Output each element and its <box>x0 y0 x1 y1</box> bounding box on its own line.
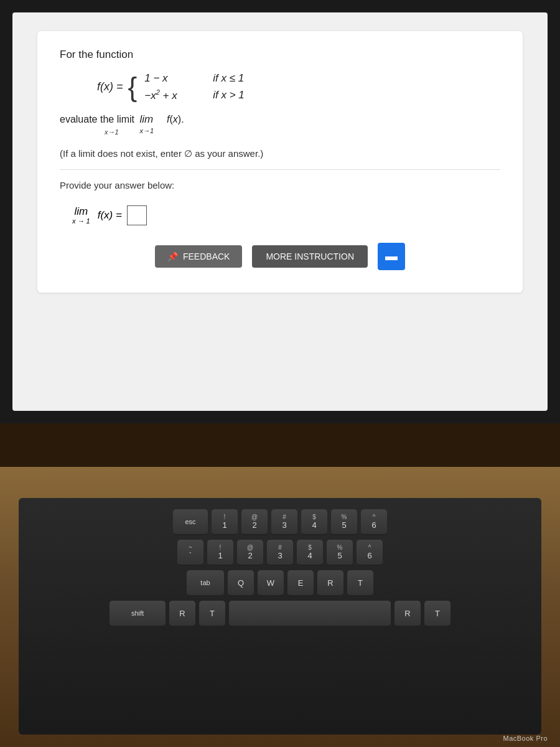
answer-f-x: f(x) = <box>98 209 122 222</box>
piece1-cond: if x ≤ 1 <box>213 72 244 85</box>
key-at[interactable]: @2 <box>237 540 263 566</box>
key-caret-bottom: 6 <box>367 552 371 560</box>
key-exclaim[interactable]: !1 <box>207 540 233 566</box>
problem-area: For the function f(x) = { 1 − x if x ≤ 1… <box>37 31 523 293</box>
key-esc[interactable]: esc <box>173 509 208 535</box>
notepad-glyph: ▬ <box>385 249 398 263</box>
key-tilde-bottom: ` <box>189 552 192 560</box>
key-r3[interactable]: R <box>394 601 421 627</box>
tab-label: tab <box>200 579 210 586</box>
key-4-bottom: 4 <box>312 521 316 529</box>
key-dollar-dual: $4 <box>307 545 312 560</box>
feedback-icon: 📌 <box>167 251 178 261</box>
key-row-bottom: shift R T R T <box>31 601 529 627</box>
laptop-screen: For the function f(x) = { 1 − x if x ≤ 1… <box>0 0 560 423</box>
provide-answer-text: Provide your answer below: <box>60 180 500 190</box>
key-percent[interactable]: %5 <box>327 540 353 566</box>
key-caret-dual: ^6 <box>367 545 371 560</box>
feedback-button[interactable]: 📌 FEEDBACK <box>155 245 242 268</box>
left-brace: { <box>128 73 138 101</box>
key-3-top: # <box>282 514 286 520</box>
limit-notation: lim x→1 <box>140 113 154 126</box>
more-instruction-button[interactable]: MORE INSTRUCTION <box>252 245 368 268</box>
key-row-2: ~` !1 @2 #3 $4 %5 ^6 <box>31 540 529 566</box>
key-q[interactable]: Q <box>228 570 254 596</box>
key-dollar[interactable]: $4 <box>297 540 323 566</box>
math-function: f(x) = { 1 − x if x ≤ 1 −x2 + x if x > 1 <box>97 72 500 102</box>
limit-subscript: x→1 <box>140 127 154 134</box>
key-2-dual: @2 <box>251 514 258 529</box>
t-label: T <box>358 578 363 588</box>
key-w[interactable]: W <box>258 570 284 596</box>
key-row-qwerty: tab Q W E R T <box>31 570 529 596</box>
key-4[interactable]: $4 <box>301 509 327 535</box>
key-3-bottom: 3 <box>282 521 286 529</box>
r2-label: R <box>179 609 185 618</box>
t3-label: T <box>435 609 440 618</box>
key-6-bottom: 6 <box>371 521 376 529</box>
key-1-bottom: 1 <box>222 521 226 529</box>
r3-label: R <box>404 609 410 618</box>
lim-word: lim <box>140 113 154 125</box>
key-t3[interactable]: T <box>424 601 450 627</box>
key-at-bottom: 2 <box>248 552 252 560</box>
answer-input-box[interactable] <box>127 205 147 225</box>
piece-2: −x2 + x if x > 1 <box>144 88 245 102</box>
key-5[interactable]: %5 <box>331 509 357 535</box>
answer-lim-under: x → 1 <box>72 218 90 225</box>
piece1-expr: 1 − x <box>144 72 200 85</box>
esc-label: esc <box>185 518 195 525</box>
piece2-cond: if x > 1 <box>213 89 245 101</box>
w-label: W <box>267 578 274 588</box>
evaluate-text: evaluate the limit lim x→1 f(x). <box>60 113 500 126</box>
shift-left-label: shift <box>131 609 144 617</box>
key-caret[interactable]: ^6 <box>357 540 383 566</box>
key-exclaim-bottom: 1 <box>218 552 222 560</box>
piece-1: 1 − x if x ≤ 1 <box>144 72 245 85</box>
key-r[interactable]: R <box>317 570 343 596</box>
buttons-row: 📌 FEEDBACK MORE INSTRUCTION ▬ <box>60 243 500 270</box>
key-6[interactable]: ^6 <box>361 509 387 535</box>
key-6-dual: ^6 <box>371 514 376 529</box>
key-t2[interactable]: T <box>199 601 225 627</box>
key-hash-bottom: 3 <box>278 552 282 560</box>
screen-content: For the function f(x) = { 1 − x if x ≤ 1… <box>12 12 548 411</box>
key-4-dual: $4 <box>312 514 316 529</box>
key-2[interactable]: @2 <box>241 509 268 535</box>
key-percent-top: % <box>337 545 343 551</box>
submit-icon-button[interactable]: ▬ <box>378 243 405 270</box>
q-label: Q <box>238 578 244 588</box>
problem-title: For the function <box>60 49 500 61</box>
key-shift-left[interactable]: shift <box>110 601 166 627</box>
key-space[interactable] <box>229 601 391 627</box>
r-label: R <box>327 578 333 588</box>
key-row-1: esc !1 @2 #3 $4 %5 ^6 <box>31 509 529 535</box>
key-5-top: % <box>342 514 347 520</box>
key-5-bottom: 5 <box>342 521 346 529</box>
piecewise-function: 1 − x if x ≤ 1 −x2 + x if x > 1 <box>144 72 245 102</box>
key-r2[interactable]: R <box>169 601 195 627</box>
key-4-top: $ <box>312 514 316 520</box>
keyboard-area: esc !1 @2 #3 $4 %5 ^6 ~` !1 @2 #3 $4 %5 … <box>0 467 560 747</box>
key-dollar-top: $ <box>308 545 312 551</box>
e-label: E <box>298 578 304 588</box>
feedback-label: FEEDBACK <box>183 251 230 261</box>
key-tab[interactable]: tab <box>187 570 224 596</box>
key-t[interactable]: T <box>347 570 373 596</box>
key-tilde-top: ~ <box>189 545 192 551</box>
key-tilde[interactable]: ~` <box>177 540 203 566</box>
key-tilde-dual: ~` <box>189 545 192 560</box>
key-2-top: @ <box>251 514 258 520</box>
key-hash-dual: #3 <box>278 545 282 560</box>
if-not-exist-text: (If a limit does not exist, enter ∅ as y… <box>60 148 500 159</box>
key-hash[interactable]: #3 <box>267 540 293 566</box>
key-1-dual: !1 <box>222 514 226 529</box>
key-hash-top: # <box>278 545 282 551</box>
piece2-expr: −x2 + x <box>144 88 200 102</box>
limit-sub-display: x→1 <box>105 128 500 136</box>
keyboard-surface: esc !1 @2 #3 $4 %5 ^6 ~` !1 @2 #3 $4 %5 … <box>19 498 541 735</box>
more-instruction-label: MORE INSTRUCTION <box>266 251 354 261</box>
key-3[interactable]: #3 <box>271 509 297 535</box>
key-1[interactable]: !1 <box>212 509 238 535</box>
key-e[interactable]: E <box>287 570 314 596</box>
